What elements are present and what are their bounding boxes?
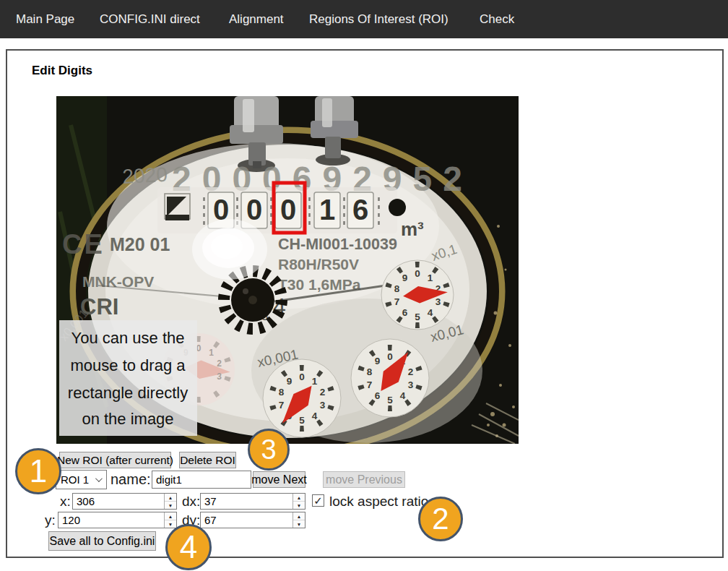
lock-aspect-checkbox[interactable]: ✓ (312, 494, 324, 507)
y-spinner[interactable]: ▲ ▼ (164, 512, 176, 528)
svg-text:1: 1 (312, 376, 318, 387)
dy-value: 67 (201, 512, 292, 528)
svg-text:2: 2 (320, 387, 326, 398)
counter-digit: 6 (352, 194, 368, 226)
svg-text:6: 6 (375, 390, 381, 401)
module-code: CH-MI001-10039 (278, 236, 397, 253)
decimal-dot (389, 199, 406, 216)
content-panel: Edit Digits (6, 49, 724, 558)
svg-text:5: 5 (299, 415, 305, 426)
dx-spinner[interactable]: ▲ ▼ (292, 494, 305, 509)
page-title: Edit Digits (32, 64, 92, 78)
ce-mark: CE (62, 229, 105, 259)
svg-text:6: 6 (402, 307, 408, 318)
counter-digit: 1 (319, 194, 335, 226)
svg-text:7: 7 (394, 296, 400, 307)
svg-text:5: 5 (415, 312, 420, 322)
x-input[interactable]: 306 ▲ ▼ (72, 493, 177, 510)
svg-text:9: 9 (287, 376, 292, 387)
svg-text:3: 3 (217, 372, 222, 382)
chevron-down-icon (95, 475, 103, 482)
spin-up-icon[interactable]: ▲ (165, 512, 176, 520)
svg-text:1: 1 (209, 348, 214, 358)
svg-text:rectangle directly: rectangle directly (68, 384, 188, 402)
svg-text:4: 4 (312, 411, 318, 421)
roi-select-value: ROI 1 (61, 473, 89, 486)
dx-label: dx: (182, 493, 200, 510)
svg-text:8: 8 (279, 387, 285, 398)
callout-2: 2 (418, 497, 463, 541)
top-nav: Main Page CONFIG.INI direct Alignment Re… (0, 0, 728, 38)
svg-text:0: 0 (299, 372, 305, 382)
year-stamp: 2020 (122, 163, 168, 188)
lock-aspect-label: lock aspect ratio (329, 493, 428, 510)
svg-text:4: 4 (428, 307, 433, 318)
ratio-code: R80H/R50V (278, 256, 359, 272)
callout-1: 1 (15, 448, 61, 494)
y-value: 120 (58, 512, 164, 528)
spin-up-icon[interactable]: ▲ (293, 512, 305, 520)
svg-text:2: 2 (408, 366, 414, 377)
move-previous-button[interactable]: move Previous (323, 471, 405, 488)
nav-config-ini[interactable]: CONFIG.INI direct (100, 0, 200, 38)
save-config-button[interactable]: Save all to Config.ini (48, 531, 156, 551)
svg-text:7: 7 (279, 400, 285, 411)
svg-text:You can use the: You can use the (72, 329, 185, 347)
svg-text:7: 7 (367, 379, 373, 390)
svg-text:0: 0 (387, 351, 393, 362)
svg-text:8: 8 (367, 366, 373, 377)
callout-4: 4 (165, 524, 212, 570)
spin-down-icon[interactable]: ▼ (293, 502, 305, 509)
spin-down-icon[interactable]: ▼ (165, 502, 176, 509)
svg-text:9: 9 (402, 272, 408, 283)
counter-digit: 0 (280, 194, 296, 226)
y-input[interactable]: 120 ▲ ▼ (58, 512, 177, 528)
new-roi-button[interactable]: New ROI (after current) (59, 452, 171, 468)
name-label: name: (110, 471, 151, 488)
svg-text:0: 0 (415, 268, 420, 279)
unit-label: m³ (401, 218, 424, 240)
x-spinner[interactable]: ▲ ▼ (164, 494, 176, 509)
name-input[interactable] (152, 471, 251, 489)
spin-down-icon[interactable]: ▼ (293, 520, 305, 528)
svg-text:1: 1 (428, 272, 433, 283)
callout-3: 3 (248, 429, 290, 471)
dial-thousandth: 0 1 2 3 4 5 6 7 8 9 (263, 359, 341, 437)
counter-digit: 0 (246, 194, 262, 226)
x-label: x: (60, 493, 71, 510)
approval-code: M20 01 (110, 234, 170, 254)
y-label: y: (45, 512, 56, 528)
svg-text:5: 5 (387, 395, 393, 405)
svg-text:9: 9 (375, 356, 381, 366)
svg-text:2: 2 (217, 359, 222, 369)
svg-text:3: 3 (408, 379, 414, 390)
dx-value: 37 (201, 494, 292, 509)
nav-roi[interactable]: Regions Of Interest (ROI) (309, 0, 448, 38)
delete-roi-button[interactable]: Delete ROI (179, 452, 236, 468)
drag-hint-overlay: You can use the mouse to drag a rectangl… (59, 320, 197, 436)
spin-up-icon[interactable]: ▲ (293, 494, 305, 502)
meter-image[interactable]: 2020 2000692952 (56, 96, 519, 444)
spin-down-icon[interactable]: ▼ (165, 520, 176, 528)
dial-hundredth: 0 1 2 3 4 5 6 7 8 9 (351, 339, 429, 417)
svg-text:3: 3 (436, 296, 441, 307)
roi-select[interactable]: ROI 1 (56, 470, 107, 489)
svg-text:on the image: on the image (82, 410, 173, 428)
nav-alignment[interactable]: Alignment (229, 0, 284, 38)
dy-input[interactable]: 67 ▲ ▼ (200, 512, 306, 528)
nav-check[interactable]: Check (480, 0, 514, 38)
svg-text:3: 3 (320, 400, 326, 411)
x-value: 306 (73, 494, 164, 509)
dx-input[interactable]: 37 ▲ ▼ (200, 493, 306, 510)
nav-main-page[interactable]: Main Page (16, 0, 74, 38)
dy-spinner[interactable]: ▲ ▼ (292, 512, 305, 528)
svg-text:mouse to drag a: mouse to drag a (71, 356, 186, 374)
light-flare (192, 219, 267, 280)
svg-text:8: 8 (394, 283, 400, 294)
svg-text:4: 4 (400, 390, 406, 401)
move-next-button[interactable]: move Next (253, 471, 306, 488)
spin-up-icon[interactable]: ▲ (165, 494, 176, 502)
dial-tenth: 0 1 2 3 4 5 6 7 8 9 (381, 260, 454, 330)
